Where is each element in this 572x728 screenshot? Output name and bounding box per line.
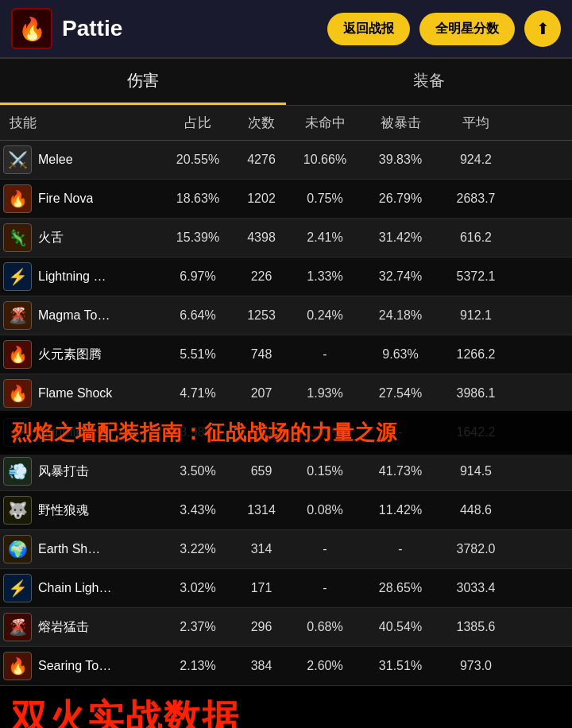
cell-miss: 0.68%	[289, 620, 361, 634]
cell-avg: 914.5	[440, 464, 512, 478]
share-icon: ⬆	[536, 19, 550, 38]
col-miss: 未命中	[289, 114, 361, 132]
cell-pct: 5.51%	[162, 347, 234, 362]
overlay-banner-dual-fire: 双火实战数据	[0, 689, 572, 728]
skill-icon: 🔥	[3, 184, 32, 213]
cell-miss: -	[289, 542, 361, 556]
skill-icon: ⚡	[3, 262, 32, 291]
table-row: 🌍 Earth Sh… 3.22% 314 - - 3782.0	[0, 530, 572, 569]
cell-skill: 🌍 Earth Sh…	[3, 535, 162, 563]
back-battle-report-button[interactable]: 返回战报	[327, 13, 410, 45]
cell-count: 314	[234, 542, 289, 556]
header-logo-icon: 🔥	[11, 8, 52, 49]
cell-avg: 448.6	[440, 503, 512, 517]
col-avg: 平均	[440, 114, 512, 132]
cell-avg: 616.2	[440, 230, 512, 245]
cell-avg: 1385.6	[440, 620, 512, 634]
skill-name: Searing To…	[38, 659, 111, 673]
overlay-banner-wall-guide: 烈焰之墙配装指南：征战战场的力量之源	[0, 411, 572, 455]
table-row: 🔥 火元素图腾 5.51% 748 - 9.63% 1266.2	[0, 335, 572, 374]
skill-icon: 🔥	[3, 652, 32, 680]
cell-count: 1253	[234, 308, 289, 323]
cell-miss: 2.41%	[289, 230, 361, 245]
skill-icon: ⚡	[3, 574, 32, 602]
skill-icon: 🌍	[3, 535, 32, 563]
cell-count: 296	[234, 620, 289, 634]
table-row: ⚡ Lightning … 6.97% 226 1.33% 32.74% 537…	[0, 258, 572, 296]
cell-crit: 28.65%	[361, 581, 440, 595]
cell-skill: ⚡ Chain Ligh…	[3, 574, 162, 602]
share-button[interactable]: ⬆	[524, 10, 561, 47]
cell-miss: 1.33%	[289, 269, 361, 284]
skill-icon: 🔥	[3, 340, 32, 369]
cell-skill: 🔥 Fire Nova	[3, 184, 162, 213]
cell-count: 171	[234, 581, 289, 595]
cell-crit: 31.51%	[361, 659, 440, 673]
cell-pct: 3.50%	[162, 464, 234, 478]
cell-avg: 912.1	[440, 308, 512, 323]
cell-avg: 973.0	[440, 659, 512, 673]
overlay2-part1: 双火	[11, 697, 87, 728]
col-count: 次数	[234, 114, 289, 132]
col-skill: 技能	[3, 114, 162, 132]
tab-damage[interactable]: 伤害	[0, 59, 286, 105]
cell-avg: 1266.2	[440, 347, 512, 362]
cell-pct: 4.71%	[162, 386, 234, 401]
skill-icon: 🦎	[3, 223, 32, 252]
cell-avg: 3986.1	[440, 386, 512, 401]
col-pct: 占比	[162, 114, 234, 132]
cell-miss: 2.60%	[289, 659, 361, 673]
cell-skill: ⚔️ Melee	[3, 145, 162, 174]
table-with-overlays: ⚔️ Melee 20.55% 4276 10.66% 39.83% 924.2…	[0, 141, 572, 686]
cell-skill: 💨 风暴打击	[3, 457, 162, 486]
table-row: 🐺 野性狼魂 3.43% 1314 0.08% 11.42% 448.6	[0, 491, 572, 530]
skill-name: Chain Ligh…	[38, 581, 112, 595]
cell-crit: 26.79%	[361, 192, 440, 206]
cell-pct: 2.37%	[162, 620, 234, 634]
skill-icon: 🔥	[3, 379, 32, 408]
cell-pct: 3.22%	[162, 542, 234, 556]
all-star-score-button[interactable]: 全明星分数	[419, 13, 515, 45]
skill-name: Magma To…	[38, 308, 110, 323]
skill-name: Melee	[38, 153, 73, 167]
table-header: 技能 占比 次数 未命中 被暴击 平均	[0, 106, 572, 141]
cell-crit: 39.83%	[361, 153, 440, 167]
table-row: 🔥 Flame Shock 4.71% 207 1.93% 27.54% 398…	[0, 374, 572, 413]
cell-skill: 🔥 Searing To…	[3, 652, 162, 680]
table-row: 🦎 火舌 15.39% 4398 2.41% 31.42% 616.2	[0, 219, 572, 258]
skill-name: Lightning …	[38, 269, 106, 284]
cell-count: 659	[234, 464, 289, 478]
skill-name: Earth Sh…	[38, 542, 100, 556]
skill-name: Fire Nova	[38, 192, 93, 206]
skill-name: 野性狼魂	[38, 502, 89, 519]
cell-pct: 6.64%	[162, 308, 234, 323]
skill-name: 火舌	[38, 230, 64, 246]
overlay2-part2: 实战数据	[87, 697, 240, 728]
skill-icon: 🌋	[3, 301, 32, 330]
cell-count: 226	[234, 269, 289, 284]
cell-avg: 924.2	[440, 153, 512, 167]
cell-pct: 3.43%	[162, 503, 234, 517]
cell-pct: 18.63%	[162, 192, 234, 206]
cell-count: 1314	[234, 503, 289, 517]
cell-avg: 3782.0	[440, 542, 512, 556]
tab-gear[interactable]: 装备	[286, 59, 572, 105]
cell-skill: 🌋 熔岩猛击	[3, 613, 162, 641]
cell-skill: 🔥 火元素图腾	[3, 340, 162, 369]
header-title: Pattie	[62, 16, 318, 41]
skill-name: Flame Shock	[38, 386, 112, 401]
cell-avg: 3033.4	[440, 581, 512, 595]
table-row: ⚡ Chain Ligh… 3.02% 171 - 28.65% 3033.4	[0, 569, 572, 608]
cell-crit: 9.63%	[361, 347, 440, 362]
cell-skill: 🌋 Magma To…	[3, 301, 162, 330]
cell-miss: -	[289, 581, 361, 595]
cell-crit: 11.42%	[361, 503, 440, 517]
cell-pct: 15.39%	[162, 230, 234, 245]
cell-skill: 🐺 野性狼魂	[3, 496, 162, 525]
cell-crit: -	[361, 542, 440, 556]
cell-miss: 0.75%	[289, 192, 361, 206]
cell-miss: 1.93%	[289, 386, 361, 401]
skill-name: 风暴打击	[38, 463, 89, 480]
cell-crit: 27.54%	[361, 386, 440, 401]
cell-crit: 41.73%	[361, 464, 440, 478]
